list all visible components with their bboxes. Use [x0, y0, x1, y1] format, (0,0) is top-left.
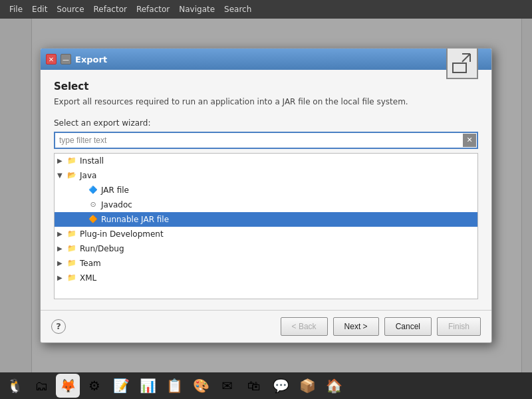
tree-item-jar[interactable]: 🔷 JAR file: [55, 183, 477, 198]
menu-bar: File Edit Source Refactor Refactor Navig…: [0, 0, 532, 19]
tree-arrow-plugin: ▶: [57, 230, 66, 237]
tree-item-install[interactable]: ▶ 📁 Install: [55, 154, 477, 168]
back-button[interactable]: < Back: [281, 317, 328, 336]
menu-source[interactable]: Source: [53, 3, 88, 15]
tree-item-xml[interactable]: ▶ 📁 XML: [55, 271, 477, 285]
taskbar-chat[interactable]: 💬: [269, 374, 293, 398]
dialog-body: Select Export all resources required to …: [41, 70, 491, 310]
export-dialog: ✕ — Export Select Export all resources r…: [40, 48, 492, 343]
tree-label-runnable-jar: Runnable JAR file: [101, 215, 169, 224]
tree-label-javadoc: Javadoc: [101, 200, 132, 209]
tree-item-plugin[interactable]: ▶ 📁 Plug-in Development: [55, 227, 477, 241]
tree-item-javadoc[interactable]: ⊙ Javadoc: [55, 198, 477, 212]
taskbar-impress[interactable]: 📋: [162, 374, 186, 398]
tree-label-rundebug: Run/Debug: [80, 244, 124, 253]
dialog-titlebar: ✕ — Export: [41, 49, 491, 70]
tree-label-team: Team: [80, 259, 101, 268]
runjar-icon: 🔶: [88, 214, 98, 225]
tree-item-rundebug[interactable]: ▶ 📁 Run/Debug: [55, 241, 477, 256]
tree-item-java[interactable]: ▼ 📂 Java: [55, 168, 477, 183]
tree-label-install: Install: [80, 156, 104, 166]
menu-file[interactable]: File: [5, 3, 27, 15]
dialog-overlay: ✕ — Export Select Export all resources r…: [0, 19, 532, 372]
folder-icon-team: 📁: [66, 258, 77, 269]
filter-bar: ✕: [54, 132, 478, 149]
tree-label-plugin: Plug-in Development: [80, 229, 164, 239]
taskbar-shop[interactable]: 🛍: [242, 374, 266, 398]
tree-arrow-rundebug: ▶: [57, 245, 66, 252]
taskbar-firefox[interactable]: 🦊: [56, 374, 80, 398]
tree-label-xml: XML: [80, 273, 96, 283]
cancel-button[interactable]: Cancel: [384, 317, 432, 336]
taskbar-draw[interactable]: 🎨: [189, 374, 213, 398]
dialog-title: Export: [75, 55, 486, 65]
finish-button[interactable]: Finish: [437, 317, 481, 336]
folder-icon-rundebug: 📁: [66, 243, 77, 254]
tree-arrow-xml: ▶: [57, 274, 66, 281]
tree-arrow-install: ▶: [57, 157, 66, 164]
dialog-minimize-button[interactable]: —: [61, 54, 71, 65]
javadoc-icon: ⊙: [88, 200, 98, 210]
wizard-label: Select an export wizard:: [54, 118, 478, 128]
folder-icon-plugin: 📁: [66, 229, 77, 239]
taskbar: 🐧 🗂 🦊 ⚙ 📝 📊 📋 🎨 ✉ 🛍 💬 📦 🏠: [0, 372, 532, 399]
taskbar-home[interactable]: 🏠: [322, 374, 346, 398]
folder-icon-install: 📁: [66, 156, 77, 166]
dialog-close-button[interactable]: ✕: [46, 54, 57, 65]
tree-label-java: Java: [80, 171, 96, 180]
dialog-footer: ? < Back Next > Cancel Finish: [41, 310, 491, 342]
svg-rect-0: [453, 63, 466, 72]
dialog-description: Export all resources required to run an …: [54, 96, 478, 108]
tree-container[interactable]: ▶ 📁 Install ▼ 📂 Java 🔷 JAR file: [54, 153, 478, 299]
taskbar-ubuntu[interactable]: 🐧: [3, 374, 27, 398]
help-button[interactable]: ?: [51, 319, 66, 334]
jar-icon: 🔷: [88, 185, 98, 196]
tree-item-team[interactable]: ▶ 📁 Team: [55, 256, 477, 271]
taskbar-settings[interactable]: ⚙: [82, 374, 106, 398]
taskbar-writer[interactable]: 📝: [109, 374, 133, 398]
taskbar-files[interactable]: 🗂: [29, 374, 53, 398]
menu-refactor2[interactable]: Refactor: [132, 3, 174, 15]
taskbar-mail[interactable]: ✉: [215, 374, 239, 398]
menu-navigate[interactable]: Navigate: [175, 3, 219, 15]
tree-arrow-java: ▼: [57, 172, 66, 179]
tree-label-jar: JAR file: [101, 186, 129, 195]
filter-input[interactable]: [55, 134, 462, 147]
tree-arrow-team: ▶: [57, 259, 66, 267]
filter-clear-button[interactable]: ✕: [463, 134, 476, 147]
menu-search[interactable]: Search: [220, 3, 255, 15]
taskbar-calc[interactable]: 📊: [136, 374, 160, 398]
menu-edit[interactable]: Edit: [28, 3, 51, 15]
folder-icon-xml: 📁: [66, 273, 77, 283]
dialog-section-title: Select: [54, 80, 478, 92]
next-button[interactable]: Next >: [333, 317, 379, 336]
menu-refactor1[interactable]: Refactor: [90, 3, 131, 15]
tree-item-runnable-jar[interactable]: 🔶 Runnable JAR file: [55, 212, 477, 227]
folder-icon-java: 📂: [66, 170, 77, 181]
taskbar-package[interactable]: 📦: [295, 374, 319, 398]
